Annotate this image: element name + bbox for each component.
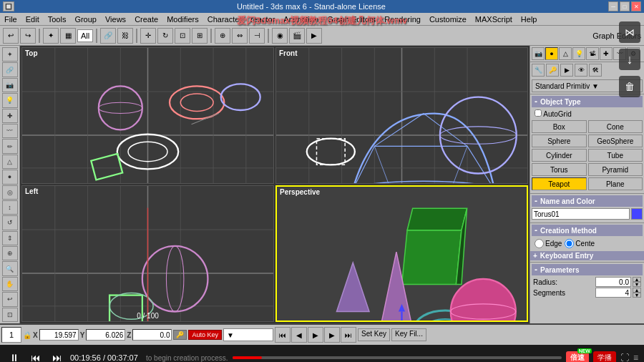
- menu-maxscript[interactable]: MAXScript: [474, 15, 514, 24]
- video-progress-bar[interactable]: [233, 356, 562, 359]
- viewport-left[interactable]: Left 0 / 100: [21, 185, 274, 322]
- toolbar-redo[interactable]: ↪: [20, 28, 36, 44]
- frame-input[interactable]: 1: [1, 327, 21, 343]
- rp-display-tab-icon[interactable]: 👁: [575, 64, 587, 77]
- lt-light[interactable]: 💡: [2, 93, 18, 107]
- key-filter-button[interactable]: Key Fil...: [391, 328, 426, 341]
- btn-geosphere[interactable]: GeoSphere: [588, 134, 643, 147]
- next-video-button[interactable]: ⏭: [49, 349, 66, 362]
- segments-input[interactable]: [595, 288, 631, 298]
- toolbar-material-editor[interactable]: ◉: [272, 28, 288, 44]
- menu-group[interactable]: Group: [73, 15, 98, 24]
- fullscreen-button[interactable]: ⛶: [620, 353, 629, 362]
- btn-plane[interactable]: Plane: [588, 177, 643, 190]
- next-frame-button[interactable]: ▶: [324, 327, 340, 343]
- lt-move2[interactable]: ↕: [2, 200, 18, 215]
- pause-video-button[interactable]: ⏸: [6, 349, 23, 362]
- menu-views[interactable]: Views: [104, 15, 127, 24]
- autokey-button[interactable]: Auto Key: [188, 330, 222, 340]
- rp-modify-icon[interactable]: 🔧: [532, 64, 545, 77]
- lt-maximize[interactable]: ⊡: [2, 308, 18, 322]
- set-key-button[interactable]: Set Key: [358, 328, 390, 341]
- close-button[interactable]: ✕: [631, 1, 641, 11]
- go-start-button[interactable]: ⏮: [275, 327, 291, 343]
- prev-frame-button[interactable]: ◀: [291, 327, 307, 343]
- app-icon[interactable]: 🔲: [3, 1, 14, 11]
- menu-help[interactable]: Help: [519, 15, 539, 24]
- creation-method-header[interactable]: - Creation Method: [532, 225, 643, 236]
- btn-teapot[interactable]: Teapot: [532, 177, 587, 190]
- cente-radio[interactable]: [565, 239, 574, 248]
- menu-modifiers[interactable]: Modifiers: [165, 15, 200, 24]
- segments-up[interactable]: ▲: [633, 288, 641, 293]
- minimize-button[interactable]: ─: [608, 1, 618, 11]
- lt-snap[interactable]: ⊕: [2, 246, 18, 260]
- rp-hierarchy-icon[interactable]: 🔑: [546, 64, 559, 77]
- toolbar-link[interactable]: 🔗: [100, 28, 116, 44]
- share-button[interactable]: ⋈: [619, 21, 640, 43]
- lt-camera[interactable]: 📷: [2, 78, 18, 92]
- lt-paint[interactable]: ✏: [2, 139, 18, 153]
- rp-utilities-icon[interactable]: 🛠: [589, 64, 602, 77]
- z-input[interactable]: [132, 329, 172, 341]
- toolbar-render-scene[interactable]: 🎬: [289, 28, 305, 44]
- edge-radio[interactable]: [535, 239, 544, 248]
- lt-compound[interactable]: ◎: [2, 185, 18, 200]
- menu-graph-editors[interactable]: Graph Editors: [326, 15, 377, 24]
- x-input[interactable]: [39, 329, 79, 341]
- more-button[interactable]: ≡: [633, 353, 638, 362]
- delete-button[interactable]: 🗑: [619, 76, 640, 97]
- viewport-top[interactable]: Top: [21, 47, 274, 184]
- lt-scale2[interactable]: ⇕: [2, 231, 18, 245]
- menu-tools[interactable]: Tools: [47, 15, 68, 24]
- autogrid-check[interactable]: [535, 109, 542, 117]
- viewport-perspective[interactable]: Perspective: [275, 185, 528, 322]
- toolbar-align[interactable]: ⊣: [249, 28, 265, 44]
- prev-video-button[interactable]: ⏮: [27, 349, 44, 362]
- rp-shapes-icon[interactable]: △: [559, 47, 572, 60]
- viewport-front[interactable]: Front: [275, 47, 528, 184]
- y-input[interactable]: [86, 329, 125, 341]
- download-button[interactable]: ↓: [619, 49, 640, 70]
- radius-up[interactable]: ▲: [633, 277, 641, 282]
- lt-spacewarp[interactable]: 〰: [2, 124, 18, 138]
- toolbar-reference[interactable]: ⊕: [215, 28, 230, 44]
- menu-customize[interactable]: Customize: [428, 15, 468, 24]
- menu-reactor[interactable]: reactor: [249, 15, 276, 24]
- btn-torus[interactable]: Torus: [532, 163, 587, 176]
- btn-cone[interactable]: Cone: [588, 120, 643, 133]
- lt-shapes[interactable]: △: [2, 155, 18, 169]
- key-lock[interactable]: 🔑: [173, 330, 187, 340]
- rp-motion-icon[interactable]: ▶: [560, 64, 573, 77]
- toolbar-rotate[interactable]: ↻: [157, 28, 173, 44]
- lt-helper[interactable]: ✚: [2, 109, 18, 123]
- btn-cylinder[interactable]: Cylinder: [532, 149, 587, 162]
- selected-dropdown[interactable]: ▼: [223, 328, 273, 341]
- toolbar-scale[interactable]: ⊡: [175, 28, 190, 44]
- speed-button-container[interactable]: 倍速 NEW: [566, 351, 589, 362]
- rp-helpers-icon[interactable]: ✚: [600, 47, 613, 60]
- lt-select[interactable]: ✦: [2, 47, 18, 62]
- color-swatch[interactable]: [631, 208, 643, 220]
- toolbar-quick-render[interactable]: ▶: [306, 28, 322, 44]
- toolbar-undo[interactable]: ↩: [3, 28, 19, 44]
- toolbar-unlink[interactable]: ⛓: [117, 28, 133, 44]
- name-color-header[interactable]: - Name and Color: [532, 195, 643, 207]
- toolbar-mirror[interactable]: ⇔: [232, 28, 248, 44]
- btn-tube[interactable]: Tube: [588, 149, 643, 162]
- rp-geometry-icon[interactable]: ●: [545, 47, 558, 60]
- lt-arc-rotate[interactable]: ↩: [2, 292, 18, 306]
- radius-down[interactable]: ▼: [633, 282, 641, 287]
- toolbar-select[interactable]: ✦: [43, 28, 59, 44]
- lt-link[interactable]: 🔗: [2, 62, 18, 77]
- parameters-header[interactable]: - Parameters: [532, 264, 643, 275]
- segments-down[interactable]: ▼: [633, 293, 641, 298]
- menu-rendering[interactable]: Rendering: [383, 15, 422, 24]
- toolbar-select-region[interactable]: ▦: [60, 28, 76, 44]
- play-button[interactable]: ▶: [308, 327, 323, 343]
- lt-zoom[interactable]: 🔍: [2, 261, 18, 275]
- menu-animation[interactable]: Animation: [282, 15, 320, 24]
- radius-input[interactable]: [595, 277, 631, 287]
- lt-geometry[interactable]: ●: [2, 170, 18, 184]
- maximize-button[interactable]: □: [620, 1, 630, 11]
